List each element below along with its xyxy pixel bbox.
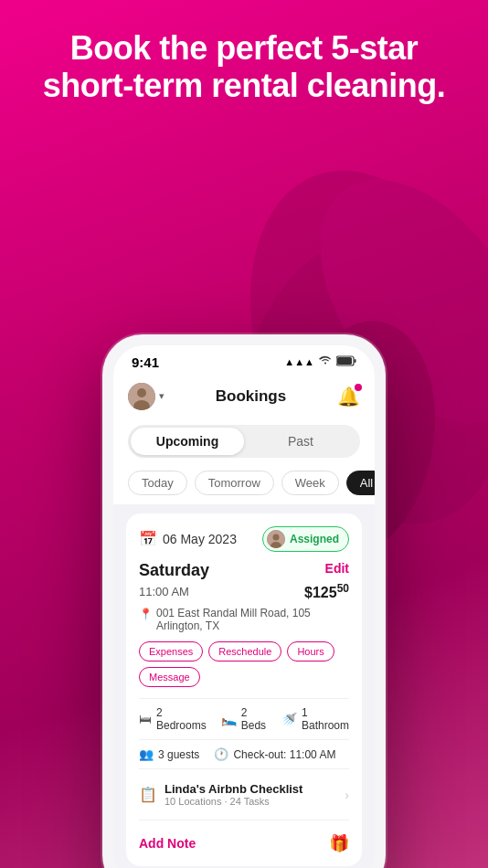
booking-price: $12550 <box>304 582 349 601</box>
svg-point-12 <box>272 534 279 540</box>
price-main: $125 <box>304 585 337 600</box>
location-icon: 📍 <box>139 608 153 620</box>
action-pills: Expenses Reschedule Hours Message <box>139 641 349 687</box>
wifi-icon <box>319 355 332 368</box>
divider-2 <box>139 739 349 740</box>
tab-past[interactable]: Past <box>244 428 357 455</box>
header-left[interactable]: ▾ <box>128 383 164 410</box>
clock-icon: 🕐 <box>214 747 228 761</box>
booking-date: 06 May 2023 <box>163 532 237 546</box>
guests-item: 👥 3 guests <box>139 747 199 761</box>
bedrooms-item: 🛏 2 Bedrooms <box>139 706 207 732</box>
divider-3 <box>139 768 349 769</box>
svg-rect-6 <box>337 357 352 365</box>
svg-point-9 <box>137 388 146 397</box>
bathrooms-item: 🚿 1 Bathroom <box>281 706 349 732</box>
app-header: ▾ Bookings 🔔 <box>113 376 375 419</box>
assigned-label: Assigned <box>290 533 339 545</box>
booking-address: 📍 001 East Randal Mill Road, 105 Arlingt… <box>139 607 349 632</box>
add-note-label[interactable]: Add Note <box>139 836 196 851</box>
checkout-label: Check-out: 11:00 AM <box>233 748 335 761</box>
signal-icon: ▲▲▲ <box>284 356 314 367</box>
booking-day: Saturday <box>139 561 209 580</box>
filter-bar: Today Tomorrow Week All <box>113 467 375 504</box>
edit-button[interactable]: Edit <box>325 561 349 576</box>
phone-screen: 9:41 ▲▲▲ ▾ <box>113 345 375 868</box>
checklist-sub: 10 Locations · 24 Tasks <box>164 796 302 807</box>
phone-frame: 9:41 ▲▲▲ ▾ <box>102 334 386 868</box>
status-bar: 9:41 ▲▲▲ <box>113 345 375 376</box>
filter-today[interactable]: Today <box>128 471 187 495</box>
bedroom-icon: 🛏 <box>139 712 152 726</box>
filter-week[interactable]: Week <box>281 471 339 495</box>
assigned-avatar <box>267 530 285 548</box>
add-note-row[interactable]: Add Note 🎁 <box>139 828 349 853</box>
battery-icon <box>336 355 356 369</box>
beds-item: 🛌 2 Beds <box>221 706 267 732</box>
action-expenses[interactable]: Expenses <box>139 641 203 662</box>
svg-rect-7 <box>355 359 356 363</box>
checklist-title: Linda's Airbnb Checklist <box>164 782 302 796</box>
guests-label: 3 guests <box>158 748 199 761</box>
header-title: Bookings <box>216 387 286 406</box>
booking-title-row: Saturday Edit <box>139 561 349 580</box>
action-message[interactable]: Message <box>139 667 200 687</box>
tab-toggle: Upcoming Past <box>128 425 360 458</box>
calendar-icon: 📅 <box>139 530 157 547</box>
status-time: 9:41 <box>132 355 159 370</box>
avatar[interactable] <box>128 383 155 410</box>
card-header: 📅 06 May 2023 Assigned <box>139 526 349 552</box>
booking-card: 📅 06 May 2023 Assigned Saturday <box>126 513 362 866</box>
booking-time-price: 11:00 AM $12550 <box>139 582 349 601</box>
divider-1 <box>139 698 349 699</box>
bedrooms-label: 2 Bedrooms <box>156 706 207 732</box>
checkout-item: 🕐 Check-out: 11:00 AM <box>214 747 335 761</box>
phone-mockup: 9:41 ▲▲▲ ▾ <box>102 334 386 868</box>
notification-dot <box>355 384 362 391</box>
action-reschedule[interactable]: Reschedule <box>208 641 281 662</box>
booking-time: 11:00 AM <box>139 585 189 598</box>
checklist-info: Linda's Airbnb Checklist 10 Locations · … <box>164 782 302 807</box>
hero-section: Book the perfect 5-star short-term renta… <box>0 29 488 105</box>
price-cents: 50 <box>337 582 349 595</box>
divider-4 <box>139 820 349 820</box>
bathrooms-label: 1 Bathroom <box>302 706 349 732</box>
tabs-container: Upcoming Past <box>113 419 375 467</box>
tab-upcoming[interactable]: Upcoming <box>131 428 244 455</box>
guests-icon: 👥 <box>139 747 154 761</box>
chevron-right-icon: › <box>345 788 349 802</box>
action-hours[interactable]: Hours <box>287 641 334 662</box>
hero-title: Book the perfect 5-star short-term renta… <box>37 29 451 105</box>
guest-checkout: 👥 3 guests 🕐 Check-out: 11:00 AM <box>139 747 349 761</box>
content-area: 📅 06 May 2023 Assigned Saturday <box>113 504 375 868</box>
assigned-badge: Assigned <box>262 526 349 552</box>
address-line1: 001 East Randal Mill Road, 105 <box>156 607 311 619</box>
address-text: 001 East Randal Mill Road, 105 Arlington… <box>156 607 311 632</box>
checklist-left: 📋 Linda's Airbnb Checklist 10 Locations … <box>139 782 302 807</box>
address-line2: Arlington, TX <box>156 619 311 632</box>
gift-icon: 🎁 <box>329 833 349 853</box>
property-details: 🛏 2 Bedrooms 🛌 2 Beds 🚿 1 Bathroom <box>139 706 349 732</box>
filter-all[interactable]: All <box>346 471 375 495</box>
date-badge: 📅 06 May 2023 <box>139 530 237 547</box>
checklist-row[interactable]: 📋 Linda's Airbnb Checklist 10 Locations … <box>139 777 349 812</box>
beds-icon: 🛌 <box>221 712 237 726</box>
beds-label: 2 Beds <box>241 706 267 732</box>
chevron-down-icon[interactable]: ▾ <box>159 390 164 402</box>
notification-button[interactable]: 🔔 <box>337 386 360 408</box>
bathroom-icon: 🚿 <box>281 712 297 726</box>
checklist-icon: 📋 <box>139 786 157 803</box>
status-icons: ▲▲▲ <box>284 355 356 369</box>
filter-tomorrow[interactable]: Tomorrow <box>195 471 274 495</box>
